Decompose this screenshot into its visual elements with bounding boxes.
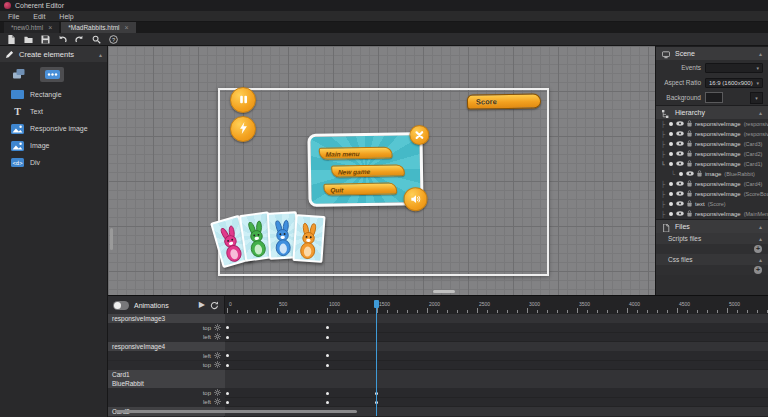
keyframe-marker[interactable] bbox=[226, 336, 229, 339]
lock-icon[interactable] bbox=[687, 160, 692, 168]
canvas-horizontal-scrollbar[interactable] bbox=[433, 290, 455, 293]
collapse-arrow-icon[interactable]: ▴ bbox=[759, 109, 762, 116]
save-icon[interactable] bbox=[40, 34, 50, 44]
eye-icon[interactable] bbox=[676, 161, 684, 167]
hierarchy-item-responsiveimage4[interactable]: ├responsiveImage(responsiveImage4) bbox=[656, 129, 768, 139]
lock-icon[interactable] bbox=[687, 200, 692, 208]
hierarchy-item-score[interactable]: ├text(Score) bbox=[656, 199, 768, 209]
track-lane[interactable] bbox=[225, 361, 768, 370]
selection-dot-icon[interactable] bbox=[669, 152, 673, 156]
design-canvas[interactable]: Score Main menuNew gameQuit bbox=[108, 46, 655, 295]
orange-rabbit-card[interactable] bbox=[292, 214, 325, 263]
eye-icon[interactable] bbox=[676, 131, 684, 137]
tab-close-icon[interactable]: × bbox=[125, 22, 129, 33]
selection-dot-icon[interactable] bbox=[669, 122, 673, 126]
background-color-swatch[interactable] bbox=[705, 92, 723, 103]
track-lane[interactable] bbox=[225, 379, 768, 388]
timeline-horizontal-scrollbar[interactable] bbox=[115, 410, 357, 413]
scene-section-header[interactable]: Scene ▴ bbox=[656, 46, 768, 60]
files-subsection-css-files[interactable]: Css files▴ bbox=[656, 254, 768, 265]
canvas-vertical-scrollbar[interactable] bbox=[110, 228, 113, 250]
lock-icon[interactable] bbox=[687, 150, 692, 158]
hierarchy-item-card2[interactable]: ├responsiveImage(Card2) bbox=[656, 149, 768, 159]
timeline-keyframe-area[interactable]: 0500100015002000250030003500400045005000 bbox=[225, 296, 768, 417]
track-lane[interactable] bbox=[225, 351, 768, 360]
gear-icon[interactable] bbox=[214, 398, 221, 406]
eye-icon[interactable] bbox=[676, 211, 684, 217]
lock-icon[interactable] bbox=[687, 130, 692, 138]
tab-layers[interactable] bbox=[7, 67, 31, 82]
menu-item-help[interactable]: Help bbox=[59, 13, 73, 20]
menu-item-file[interactable]: File bbox=[8, 13, 19, 20]
tab-close-icon[interactable]: × bbox=[48, 22, 52, 33]
playhead-grip[interactable] bbox=[374, 300, 379, 308]
track-prop-left[interactable]: left bbox=[108, 398, 225, 407]
track-lane[interactable] bbox=[225, 323, 768, 332]
animations-toggle[interactable] bbox=[113, 301, 129, 310]
gear-icon[interactable] bbox=[214, 389, 221, 397]
track-prop-left[interactable]: left bbox=[108, 333, 225, 342]
eye-icon[interactable] bbox=[676, 151, 684, 157]
lock-icon[interactable] bbox=[687, 180, 692, 188]
redo-icon[interactable] bbox=[74, 34, 84, 44]
create-item-rectangle[interactable]: Rectangle bbox=[0, 86, 107, 103]
eye-icon[interactable] bbox=[676, 141, 684, 147]
bolt-button[interactable] bbox=[230, 116, 256, 142]
document-tab-0[interactable]: *new0.html× bbox=[4, 22, 59, 33]
collapse-arrow-icon[interactable]: ▴ bbox=[759, 50, 762, 57]
track-group-responsiveimage3[interactable]: responsiveImage3 bbox=[108, 314, 225, 323]
keyframe-marker[interactable] bbox=[326, 364, 329, 367]
lock-icon[interactable] bbox=[687, 140, 692, 148]
selection-dot-icon[interactable] bbox=[669, 202, 673, 206]
track-prop-top[interactable]: top bbox=[108, 388, 225, 397]
pause-button[interactable] bbox=[230, 87, 256, 113]
track-lane[interactable] bbox=[225, 314, 768, 323]
help-icon[interactable]: ? bbox=[108, 34, 118, 44]
gear-icon[interactable] bbox=[214, 361, 221, 369]
playhead[interactable] bbox=[376, 304, 377, 416]
lock-icon[interactable] bbox=[697, 170, 702, 178]
selection-dot-icon[interactable] bbox=[669, 162, 673, 166]
lock-icon[interactable] bbox=[687, 190, 692, 198]
gear-icon[interactable] bbox=[214, 324, 221, 332]
create-item-image[interactable]: Image bbox=[0, 137, 107, 154]
create-item-div[interactable]: <d>Div bbox=[0, 154, 107, 171]
lock-icon[interactable] bbox=[687, 210, 692, 218]
open-folder-icon[interactable] bbox=[23, 34, 33, 44]
keyframe-marker[interactable] bbox=[226, 401, 229, 404]
create-elements-header[interactable]: Create elements ▴ bbox=[0, 46, 107, 62]
create-item-responsive-image[interactable]: Responsive image bbox=[0, 120, 107, 137]
menu-button-new-game[interactable]: New game bbox=[331, 164, 405, 177]
score-board[interactable]: Score bbox=[467, 93, 541, 109]
collapse-arrow-icon[interactable]: ▴ bbox=[759, 235, 762, 242]
play-icon[interactable]: ▶ bbox=[199, 301, 205, 309]
track-lane[interactable] bbox=[225, 398, 768, 407]
aspect-ratio-select[interactable]: 16:9 (1600x900)▾ bbox=[705, 78, 763, 88]
main-menu-panel[interactable]: Main menuNew gameQuit bbox=[307, 132, 423, 207]
eye-icon[interactable] bbox=[686, 171, 694, 177]
keyframe-marker[interactable] bbox=[226, 364, 229, 367]
menu-item-edit[interactable]: Edit bbox=[33, 13, 45, 20]
selection-dot-icon[interactable] bbox=[669, 182, 673, 186]
collapse-arrow-icon[interactable]: ▴ bbox=[759, 256, 762, 263]
files-subsection-scripts-files[interactable]: Scripts files▴ bbox=[656, 233, 768, 244]
add-file-button[interactable]: + bbox=[754, 266, 762, 274]
search-icon[interactable] bbox=[91, 34, 101, 44]
track-lane[interactable] bbox=[225, 388, 768, 397]
selection-dot-icon[interactable] bbox=[669, 142, 673, 146]
menu-button-quit[interactable]: Quit bbox=[323, 182, 397, 195]
create-item-text[interactable]: TText bbox=[0, 103, 107, 120]
gear-icon[interactable] bbox=[214, 333, 221, 341]
track-lane[interactable] bbox=[225, 342, 768, 351]
selection-dot-icon[interactable] bbox=[679, 172, 683, 176]
selection-dot-icon[interactable] bbox=[669, 132, 673, 136]
collapse-arrow-icon[interactable]: ▴ bbox=[759, 223, 762, 230]
hierarchy-item-responsiveimage3[interactable]: ├responsiveImage(responsiveImage3) bbox=[656, 119, 768, 129]
collapse-arrow-icon[interactable]: ▴ bbox=[99, 51, 102, 58]
keyframe-marker[interactable] bbox=[226, 392, 229, 395]
keyframe-marker[interactable] bbox=[326, 392, 329, 395]
eye-icon[interactable] bbox=[676, 121, 684, 127]
track-group-responsiveimage4[interactable]: responsiveImage4 bbox=[108, 342, 225, 351]
hierarchy-item-card1[interactable]: ┗responsiveImage(Card1) bbox=[656, 159, 768, 169]
events-select[interactable]: ▾ bbox=[705, 63, 763, 73]
